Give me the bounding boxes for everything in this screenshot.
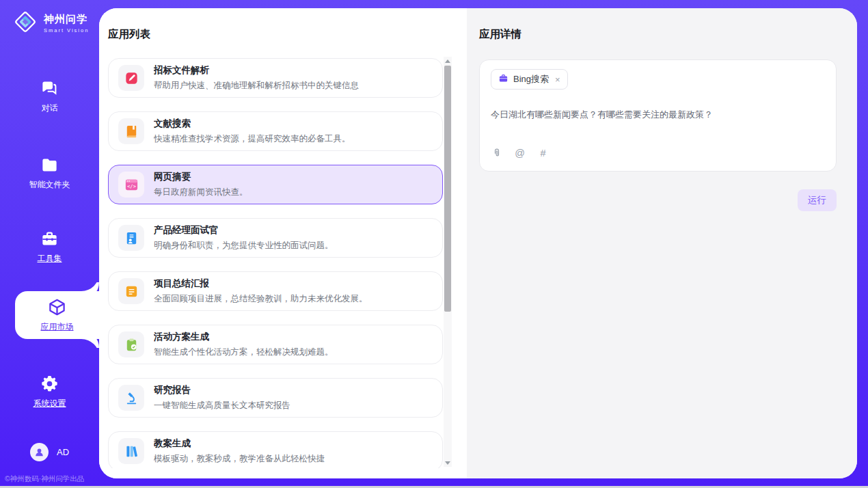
app-card-meta: 教案生成模板驱动，教案秒成，教学准备从此轻松快捷: [154, 437, 325, 465]
diamond-logo-icon: [12, 9, 38, 38]
app-card-desc: 明确身份和职责，为您提供专业性的面试问题。: [154, 240, 334, 252]
app-card[interactable]: 文献搜索快速精准查找学术资源，提高研究效率的必备工具。: [108, 111, 443, 151]
user-account[interactable]: AD: [0, 443, 99, 461]
app-list-title: 应用列表: [108, 27, 150, 42]
app-card[interactable]: 研究报告一键智能生成高质量长文本研究报告: [108, 378, 443, 418]
sidebar: 神州问学 Smart Vision 对话智能文件夹工具集应用市场系统设置 AD …: [0, 0, 99, 488]
app-card-meta: 文献搜索快速精准查找学术资源，提高研究效率的必备工具。: [154, 118, 351, 145]
app-card-list: 招标文件解析帮助用户快速、准确地理解和解析招标书中的关键信息文献搜索快速精准查找…: [108, 58, 443, 468]
query-text[interactable]: 今日湖北有哪些新闻要点？有哪些需要关注的最新政策？: [491, 109, 825, 121]
app-card-meta: 活动方案生成智能生成个性化活动方案，轻松解决规划难题。: [154, 331, 334, 358]
cube-icon: [48, 298, 66, 316]
app-card-name: 活动方案生成: [154, 331, 334, 343]
run-button[interactable]: 运行: [798, 189, 837, 211]
logo-title: 神州问学: [44, 13, 89, 26]
sidebar-item-folder[interactable]: 智能文件夹: [0, 152, 99, 194]
interview-doc-icon: [118, 225, 144, 251]
clipboard-check-icon: [118, 331, 144, 357]
app-card[interactable]: 活动方案生成智能生成个性化活动方案，轻松解决规划难题。: [108, 325, 443, 364]
books-icon: [118, 438, 144, 464]
at-icon[interactable]: @: [514, 147, 526, 159]
scroll-down-arrow-icon[interactable]: [444, 459, 452, 467]
tool-chip-label: Bing搜索: [513, 73, 549, 85]
book-icon: [118, 118, 144, 144]
sidebar-item-cube[interactable]: 应用市场: [15, 291, 99, 339]
gear-icon: [40, 375, 59, 393]
list-scrollbar[interactable]: [444, 57, 452, 467]
app-card-desc: 快速精准查找学术资源，提高研究效率的必备工具。: [154, 133, 351, 145]
app-card-name: 招标文件解析: [154, 64, 359, 77]
run-row: 运行: [479, 189, 837, 211]
note-icon: [118, 278, 144, 304]
app-card[interactable]: 招标文件解析帮助用户快速、准确地理解和解析招标书中的关键信息: [108, 58, 443, 98]
toolbox-icon: [40, 230, 59, 248]
logo-subtitle: Smart Vision: [44, 27, 89, 33]
folder-icon: [40, 156, 59, 174]
briefcase-icon: [498, 73, 508, 86]
app-list-panel: 应用列表 招标文件解析帮助用户快速、准确地理解和解析招标书中的关键信息文献搜索快…: [99, 8, 467, 478]
microscope-icon: [118, 385, 144, 411]
app-card-desc: 帮助用户快速、准确地理解和解析招标书中的关键信息: [154, 80, 359, 92]
app-card-meta: 研究报告一键智能生成高质量长文本研究报告: [154, 384, 290, 411]
app-card[interactable]: 产品经理面试官明确身份和职责，为您提供专业性的面试问题。: [108, 218, 443, 258]
app-detail-title: 应用详情: [479, 27, 837, 42]
hash-icon[interactable]: #: [537, 147, 549, 159]
app-card-name: 教案生成: [154, 437, 325, 450]
user-name: AD: [57, 447, 69, 457]
app-card-desc: 一键智能生成高质量长文本研究报告: [154, 400, 290, 411]
app-card[interactable]: 项目总结汇报全面回顾项目进展，总结经验教训，助力未来优化发展。: [108, 271, 443, 311]
sidebar-item-label: 工具集: [38, 253, 62, 265]
copyright-text: ©神州数码·神州问学出品: [5, 474, 84, 484]
scroll-up-arrow-icon[interactable]: [444, 57, 452, 65]
sidebar-item-chat[interactable]: 对话: [0, 75, 99, 118]
app-card-desc: 模板驱动，教案秒成，教学准备从此轻松快捷: [154, 453, 325, 465]
sidebar-item-label: 系统设置: [33, 398, 66, 409]
app-card-meta: 网页摘要每日政府新闻资讯快查。: [154, 171, 248, 198]
app-logo: 神州问学 Smart Vision: [12, 9, 89, 38]
app-card-desc: 智能生成个性化活动方案，轻松解决规划难题。: [154, 347, 334, 358]
sidebar-item-label: 智能文件夹: [29, 179, 70, 191]
scrollbar-thumb[interactable]: [444, 66, 451, 312]
main-content: 应用列表 招标文件解析帮助用户快速、准确地理解和解析招标书中的关键信息文献搜索快…: [99, 8, 857, 478]
close-icon[interactable]: ×: [555, 75, 560, 84]
app-card-meta: 招标文件解析帮助用户快速、准确地理解和解析招标书中的关键信息: [154, 64, 359, 92]
sidebar-item-label: 应用市场: [41, 321, 74, 333]
app-card-desc: 全面回顾项目进展，总结经验教训，助力未来优化发展。: [154, 293, 368, 305]
avatar: [30, 443, 49, 461]
app-card-meta: 产品经理面试官明确身份和职责，为您提供专业性的面试问题。: [154, 224, 334, 252]
app-card-meta: 项目总结汇报全面回顾项目进展，总结经验教训，助力未来优化发展。: [154, 277, 368, 305]
app-card[interactable]: </>网页摘要每日政府新闻资讯快查。: [108, 165, 443, 204]
svg-text:</>: </>: [127, 183, 137, 189]
composer-toolbar: @#: [491, 147, 825, 159]
chat-icon: [40, 79, 59, 98]
app-card[interactable]: 教案生成模板驱动，教案秒成，教学准备从此轻松快捷: [108, 431, 443, 468]
prompt-card: Bing搜索 × 今日湖北有哪些新闻要点？有哪些需要关注的最新政策？ @#: [479, 59, 837, 172]
sidebar-item-gear[interactable]: 系统设置: [0, 370, 99, 413]
app-card-name: 项目总结汇报: [154, 277, 368, 290]
app-card-name: 研究报告: [154, 384, 290, 396]
paperclip-icon[interactable]: [491, 147, 502, 159]
tool-chip-bing-search[interactable]: Bing搜索 ×: [491, 69, 568, 90]
sidebar-item-label: 对话: [42, 103, 58, 114]
app-card-name: 文献搜索: [154, 118, 351, 130]
app-card-desc: 每日政府新闻资讯快查。: [154, 187, 248, 198]
edit-document-icon: [118, 65, 144, 91]
app-card-name: 网页摘要: [154, 171, 248, 183]
app-card-name: 产品经理面试官: [154, 224, 334, 236]
app-detail-panel: 应用详情 Bing搜索 × 今日湖北有哪些新闻要点？有哪些需要关注的最新政策？ …: [467, 8, 857, 478]
web-code-icon: </>: [118, 172, 144, 198]
sidebar-item-toolbox[interactable]: 工具集: [0, 226, 99, 268]
